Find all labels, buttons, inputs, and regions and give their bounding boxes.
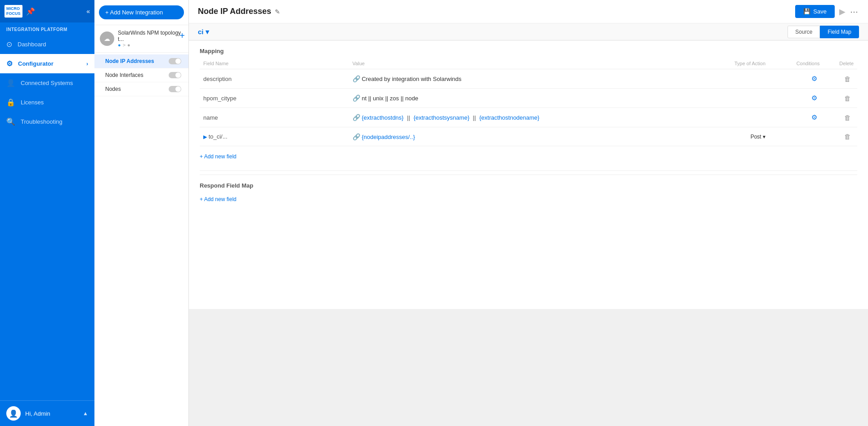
- run-button[interactable]: ▶: [839, 7, 846, 17]
- delete-button-description[interactable]: 🗑: [841, 74, 854, 84]
- pin-icon: 📌: [26, 7, 35, 16]
- field-name-hpom-citype: hpom_citype: [200, 89, 349, 108]
- dashboard-icon: ⊙: [6, 40, 12, 49]
- value-text-description: Created by integration with Solarwinds: [362, 76, 461, 82]
- page-title-area: Node IP Addresses ✎: [198, 7, 280, 16]
- col-header-field-name: Field Name: [200, 58, 349, 69]
- table-row: description 🔗 Created by integration wit…: [200, 69, 857, 89]
- platform-title: INTEGRATION PLATFORM: [0, 22, 94, 35]
- sub-item-label: Nodes: [105, 86, 121, 92]
- action-type-post[interactable]: Post ▾: [691, 134, 765, 140]
- configurator-icon: ⚙: [6, 59, 13, 68]
- link-icon: 🔗: [353, 75, 360, 82]
- logo-area: MICROFOCUS 📌: [4, 5, 35, 18]
- sidebar-item-label: Troubleshooting: [21, 118, 63, 125]
- ci-label: ci: [198, 28, 204, 36]
- link-icon: 🔗: [353, 133, 360, 140]
- conditions-cell-description: ⚙: [769, 69, 823, 89]
- main-header: Node IP Addresses ✎ 💾 Save ▶ ⋯: [189, 0, 868, 23]
- field-name-to-ci: ▶ to_ci/...: [200, 127, 349, 146]
- expand-icon[interactable]: ▶: [203, 134, 207, 139]
- table-row: name 🔗 {extracthostdns} || {extracthosts…: [200, 108, 857, 127]
- action-cell-to-ci: Post ▾: [688, 127, 769, 146]
- tab-field-map[interactable]: Field Map: [820, 26, 859, 38]
- save-button[interactable]: 💾 Save: [795, 5, 835, 18]
- avatar: 👤: [6, 406, 21, 421]
- gear-icon-button-description[interactable]: ⚙: [809, 74, 820, 84]
- sidebar-item-licenses[interactable]: 🔒 Licenses: [0, 93, 94, 112]
- sidebar-item-connected-systems[interactable]: 👤 Connected Systems: [0, 73, 94, 93]
- delete-cell-description: 🗑: [823, 69, 857, 89]
- table-row: ▶ to_ci/... 🔗 {nodeipaddresses/..} Post …: [200, 127, 857, 146]
- sidebar-item-label: Connected Systems: [21, 80, 73, 86]
- toggle-node-ip-addresses[interactable]: [169, 58, 181, 64]
- user-name: Hi, Admin: [25, 410, 78, 417]
- field-name-name: name: [200, 108, 349, 127]
- page-title: Node IP Addresses: [198, 7, 271, 16]
- sidebar-item-label: Configurator: [18, 60, 54, 67]
- value-cell-hpom-citype: 🔗 nt || unix || zos || node: [349, 89, 688, 108]
- header-actions: 💾 Save ▶ ⋯: [795, 5, 859, 18]
- main-content: Node IP Addresses ✎ 💾 Save ▶ ⋯ ci ▾ Sour…: [189, 0, 868, 426]
- licenses-icon: 🔒: [6, 98, 15, 107]
- value-cell-to-ci: 🔗 {nodeipaddresses/..}: [349, 127, 688, 146]
- to-ci-label: to_ci/...: [209, 133, 228, 140]
- add-integration-button[interactable]: + Add New Integration: [99, 5, 184, 19]
- sub-item-node-interfaces[interactable]: Node Interfaces: [94, 68, 188, 82]
- sidebar-header: MICROFOCUS 📌 «: [0, 0, 94, 22]
- col-header-type-of-action: Type of Action: [688, 58, 769, 69]
- mapping-section: Mapping Field Name Value Type of Action …: [189, 40, 868, 309]
- integration-item[interactable]: ☁ SolarWinds NPM topology t... ● > ● +: [94, 25, 188, 53]
- toggle-nodes[interactable]: [169, 86, 181, 92]
- col-header-delete: Delete: [823, 58, 857, 69]
- sub-item-node-ip-addresses[interactable]: Node IP Addresses: [94, 54, 188, 68]
- delete-button-hpom-citype[interactable]: 🗑: [841, 94, 854, 103]
- col-header-conditions: Conditions: [769, 58, 823, 69]
- edit-icon[interactable]: ✎: [275, 8, 280, 15]
- sidebar-footer[interactable]: 👤 Hi, Admin ▲: [0, 400, 94, 426]
- gear-icon-button-name[interactable]: ⚙: [809, 112, 820, 122]
- sidebar-item-dashboard[interactable]: ⊙ Dashboard: [0, 35, 94, 54]
- integration-name: SolarWinds NPM topology t...: [118, 30, 183, 42]
- link-icon: 🔗: [353, 114, 360, 121]
- logo-box: MICROFOCUS: [4, 5, 22, 18]
- delete-button-to-ci[interactable]: 🗑: [841, 132, 854, 141]
- value-extracthostsysname: {extracthostsysname}: [413, 114, 469, 121]
- conditions-cell-hpom-citype: ⚙: [769, 89, 823, 108]
- col-header-value: Value: [349, 58, 688, 69]
- sidebar-nav: ⊙ Dashboard ⚙ Configurator › 👤 Connected…: [0, 35, 94, 400]
- delete-button-name[interactable]: 🗑: [841, 113, 854, 122]
- respond-section-label: Respond Field Map: [200, 182, 857, 189]
- integration-avatar: ☁: [100, 31, 114, 46]
- ci-selector[interactable]: ci ▾: [198, 28, 787, 36]
- connected-systems-icon: 👤: [6, 79, 15, 87]
- sub-item-nodes[interactable]: Nodes: [94, 82, 188, 96]
- sidebar-item-label: Licenses: [21, 99, 44, 106]
- chevron-up-icon: ▲: [83, 410, 88, 417]
- conditions-cell-to-ci: [769, 127, 823, 146]
- tab-source[interactable]: Source: [787, 26, 820, 38]
- sidebar-item-troubleshooting[interactable]: 🔍 Troubleshooting: [0, 112, 94, 131]
- delete-cell-to-ci: 🗑: [823, 127, 857, 146]
- separator-1: ||: [407, 114, 412, 121]
- add-field-link-respond[interactable]: + Add new field: [200, 193, 237, 206]
- value-cell-name: 🔗 {extracthostdns} || {extracthostsysnam…: [349, 108, 688, 127]
- value-text-hpom-citype: nt || unix || zos || node: [362, 95, 418, 102]
- mapping-section-label: Mapping: [200, 48, 857, 54]
- troubleshooting-icon: 🔍: [6, 117, 15, 126]
- chevron-down-icon: ▾: [206, 28, 209, 36]
- add-field-link-mapping[interactable]: + Add new field: [200, 150, 237, 163]
- toggle-node-interfaces[interactable]: [169, 72, 181, 78]
- collapse-icon[interactable]: «: [86, 8, 90, 15]
- integration-status-icons: ● > ●: [118, 42, 183, 48]
- field-name-description: description: [200, 69, 349, 89]
- sidebar-item-label: Dashboard: [18, 41, 46, 48]
- sidebar-item-configurator[interactable]: ⚙ Configurator ›: [0, 54, 94, 73]
- tab-buttons: Source Field Map: [787, 26, 859, 38]
- gear-icon-button-hpom-citype[interactable]: ⚙: [809, 93, 820, 103]
- middle-panel: + Add New Integration ☁ SolarWinds NPM t…: [94, 0, 189, 426]
- save-disk-icon: 💾: [803, 8, 810, 15]
- more-button[interactable]: ⋯: [850, 7, 859, 17]
- mapping-table: Field Name Value Type of Action Conditio…: [200, 58, 857, 146]
- add-sub-item-button[interactable]: +: [179, 31, 185, 41]
